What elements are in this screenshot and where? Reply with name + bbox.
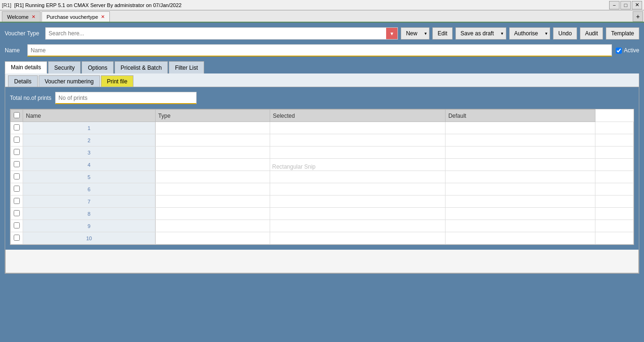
row-type[interactable] [270, 122, 445, 134]
tab-pricelist-batch[interactable]: Pricelist & Batch [115, 61, 168, 73]
row-number: 3 [23, 147, 156, 159]
sub-tab-details[interactable]: Details [8, 75, 38, 87]
window-controls: − □ ✕ [609, 1, 642, 9]
row-checkbox[interactable] [14, 222, 20, 228]
table-header-type: Type [155, 110, 270, 122]
active-checkbox[interactable] [616, 48, 622, 54]
select-all-checkbox[interactable] [14, 112, 20, 118]
row-default[interactable] [595, 171, 633, 183]
tab-security[interactable]: Security [48, 61, 81, 73]
row-default[interactable] [595, 134, 633, 147]
row-name[interactable] [155, 195, 270, 208]
tab-pricelist-batch-label: Pricelist & Batch [121, 65, 162, 71]
row-type[interactable] [270, 183, 445, 195]
row-name[interactable] [155, 232, 270, 244]
sub-tab-print-file[interactable]: Print file [101, 75, 133, 87]
row-name[interactable] [155, 171, 270, 183]
row-checkbox[interactable] [14, 173, 20, 179]
row-type[interactable] [270, 208, 445, 220]
save-as-draft-button-group: Save as draft ▼ [455, 27, 506, 40]
row-default[interactable] [595, 147, 633, 159]
row-selected[interactable] [445, 220, 595, 232]
name-label: Name [5, 47, 24, 54]
template-button[interactable]: Template [606, 27, 639, 40]
maximize-button[interactable]: □ [620, 1, 631, 9]
row-name[interactable] [155, 208, 270, 220]
row-default[interactable] [595, 195, 633, 208]
row-default[interactable] [595, 159, 633, 171]
row-checkbox[interactable] [14, 124, 20, 130]
tab-security-label: Security [54, 65, 74, 71]
name-input[interactable] [27, 44, 612, 57]
table-row: 1 [11, 122, 634, 134]
row-type[interactable] [270, 220, 445, 232]
row-selected[interactable] [445, 147, 595, 159]
row-checkbox-cell [11, 171, 23, 183]
row-selected[interactable] [445, 183, 595, 195]
row-selected[interactable] [445, 122, 595, 134]
voucher-type-search-container: ▼ [45, 27, 398, 40]
search-dropdown-button[interactable]: ▼ [386, 28, 397, 39]
authorise-button[interactable]: Authorise [509, 27, 543, 40]
new-button[interactable]: New [401, 27, 422, 40]
table-header-selected: Selected [270, 110, 445, 122]
table-header-default: Default [445, 110, 595, 122]
row-checkbox[interactable] [14, 235, 20, 241]
name-row: Name Active [5, 44, 639, 57]
new-dropdown-arrow[interactable]: ▼ [422, 27, 429, 40]
row-type[interactable] [270, 171, 445, 183]
row-selected[interactable] [445, 171, 595, 183]
print-file-content: Total no.of prints Name Type Selected [5, 87, 639, 250]
row-type[interactable] [270, 159, 445, 171]
row-type[interactable] [270, 147, 445, 159]
tab-options[interactable]: Options [82, 61, 113, 73]
row-checkbox[interactable] [14, 186, 20, 192]
row-default[interactable] [595, 220, 633, 232]
total-prints-input[interactable] [55, 92, 197, 104]
row-default[interactable] [595, 208, 633, 220]
row-selected[interactable] [445, 134, 595, 147]
add-tab-button[interactable]: + [633, 11, 643, 22]
voucher-type-search-input[interactable] [46, 28, 386, 39]
row-name[interactable] [155, 183, 270, 195]
authorise-dropdown-arrow[interactable]: ▼ [543, 27, 550, 40]
welcome-tab[interactable]: Welcome ✕ [2, 11, 41, 22]
row-default[interactable] [595, 183, 633, 195]
purchase-vouchertype-tab[interactable]: Purchase vouchertype ✕ [41, 11, 110, 22]
row-selected[interactable] [445, 195, 595, 208]
close-button[interactable]: ✕ [632, 1, 642, 9]
row-checkbox[interactable] [14, 149, 20, 155]
row-name[interactable] [155, 134, 270, 147]
minimize-button[interactable]: − [609, 1, 619, 9]
tab-options-label: Options [88, 65, 107, 71]
sub-tabs-bar: Details Voucher numbering Print file [5, 73, 639, 87]
save-as-draft-button[interactable]: Save as draft [455, 27, 499, 40]
row-type[interactable] [270, 195, 445, 208]
row-selected[interactable] [445, 159, 595, 171]
row-type[interactable] [270, 134, 445, 147]
row-type[interactable] [270, 232, 445, 244]
row-checkbox[interactable] [14, 161, 20, 167]
edit-button[interactable]: Edit [432, 27, 453, 40]
row-selected[interactable] [445, 208, 595, 220]
row-default[interactable] [595, 232, 633, 244]
row-selected[interactable] [445, 232, 595, 244]
row-checkbox[interactable] [14, 198, 20, 204]
row-name[interactable] [155, 122, 270, 134]
audit-button[interactable]: Audit [580, 27, 603, 40]
row-name[interactable] [155, 220, 270, 232]
row-checkbox[interactable] [14, 210, 20, 216]
save-as-draft-dropdown-arrow[interactable]: ▼ [499, 27, 506, 40]
welcome-tab-close[interactable]: ✕ [32, 14, 35, 19]
sub-tab-voucher-numbering[interactable]: Voucher numbering [39, 75, 100, 87]
purchase-vouchertype-tab-close[interactable]: ✕ [101, 14, 105, 19]
tab-main-details[interactable]: Main details [5, 61, 47, 73]
undo-button[interactable]: Undo [553, 27, 577, 40]
row-checkbox[interactable] [14, 137, 20, 143]
row-checkbox-cell [11, 220, 23, 232]
row-name[interactable] [155, 147, 270, 159]
row-name[interactable] [155, 159, 270, 171]
table-row: 8 [11, 208, 634, 220]
tab-filter-list[interactable]: Filter List [169, 61, 204, 73]
row-default[interactable] [595, 122, 633, 134]
